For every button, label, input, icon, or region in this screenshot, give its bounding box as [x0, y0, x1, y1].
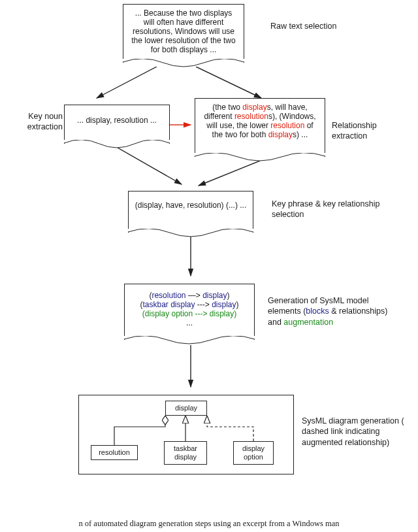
wavy-edge — [195, 153, 325, 166]
keynoun-content: ... display, resolution ... — [77, 116, 157, 125]
raw-text-doc: ... Because the two displays will often … — [123, 4, 244, 63]
figure-caption: n of automated diagram generation steps … — [0, 519, 418, 529]
generation-ellipsis: ... — [130, 318, 249, 327]
sysml-connectors — [79, 395, 295, 475]
wavy-edge — [64, 140, 170, 153]
wavy-edge — [128, 229, 253, 242]
wavy-edge — [123, 59, 244, 72]
keyphrase-label: Key phrase & key relationship selection — [272, 199, 383, 220]
generation-label: Generation of SysML model elements (bloc… — [268, 295, 398, 327]
sysml-diagram-container: display resolution taskbar display displ… — [78, 395, 294, 474]
generation-line3: (display option ---> display) — [130, 309, 249, 318]
relation-content: (the two displays, will have, different … — [204, 103, 315, 139]
generation-line1: (resolution —> display) — [130, 291, 249, 300]
arrow-generation-to-sysml — [184, 345, 197, 392]
wavy-edge — [124, 336, 255, 349]
arrow-keynoun-to-relation — [170, 119, 196, 131]
generation-line2: (taskbar display ---> display) — [130, 300, 249, 309]
keynoun-label: Key noun extraction — [12, 111, 63, 133]
relation-doc: (the two displays, will have, different … — [195, 98, 325, 157]
arrow-keyphrase-to-generation — [184, 237, 197, 281]
keynoun-doc: ... display, resolution ... — [64, 105, 170, 144]
keyphrase-doc: (display, have, resolution) (...) ... — [128, 191, 253, 233]
arrow-raw-to-keynoun — [85, 67, 170, 103]
arrow-keynoun-to-keyphrase — [111, 148, 196, 190]
generation-doc: (resolution —> display) (taskbar display… — [124, 284, 255, 340]
keyphrase-content: (display, have, resolution) (...) ... — [135, 201, 247, 210]
raw-text-label: Raw text selection — [270, 21, 349, 31]
diagram-canvas: ... Because the two displays will often … — [0, 0, 418, 532]
arrow-relation-to-keyphrase — [189, 161, 268, 191]
relation-label: Relationship extraction — [332, 120, 410, 142]
sysml-label: SysML diagram generation ( dashed link i… — [302, 416, 418, 448]
raw-text-content: ... Because the two displays will often … — [131, 8, 235, 54]
